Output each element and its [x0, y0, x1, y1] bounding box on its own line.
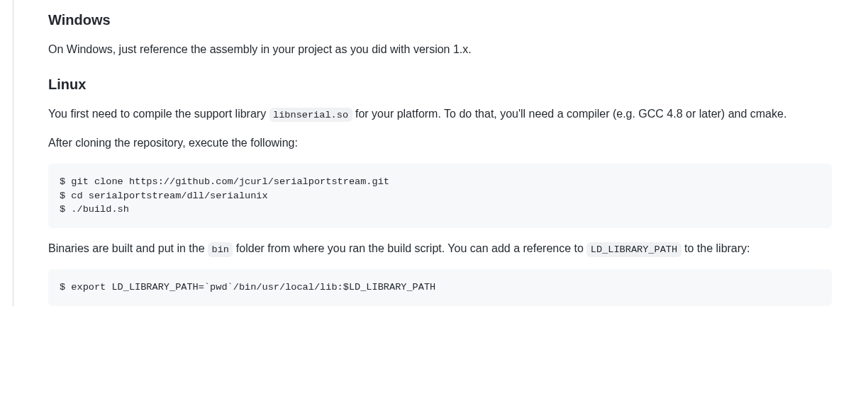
- linux-heading: Linux: [48, 76, 832, 94]
- inline-code-libnserial: libnserial.so: [269, 108, 352, 122]
- text-fragment: folder from where you ran the build scri…: [233, 242, 586, 254]
- inline-code-ldlibrarypath: LD_LIBRARY_PATH: [586, 242, 681, 256]
- text-fragment: for your platform. To do that, you'll ne…: [352, 108, 787, 120]
- text-fragment: You first need to compile the support li…: [48, 108, 269, 120]
- linux-paragraph-3: Binaries are built and put in the bin fo…: [48, 239, 832, 258]
- code-block-content: $ git clone https://github.com/jcurl/ser…: [60, 176, 389, 215]
- code-block-clone[interactable]: $ git clone https://github.com/jcurl/ser…: [48, 164, 832, 228]
- windows-heading: Windows: [48, 11, 832, 29]
- code-block-export[interactable]: $ export LD_LIBRARY_PATH=`pwd`/bin/usr/l…: [48, 269, 832, 306]
- text-fragment: to the library:: [681, 242, 750, 254]
- readme-content: Windows On Windows, just reference the a…: [13, 0, 857, 306]
- inline-code-bin: bin: [208, 242, 233, 256]
- linux-paragraph-2: After cloning the repository, execute th…: [48, 134, 832, 152]
- text-fragment: Binaries are built and put in the: [48, 242, 208, 254]
- linux-paragraph-1: You first need to compile the support li…: [48, 105, 832, 123]
- code-block-content: $ export LD_LIBRARY_PATH=`pwd`/bin/usr/l…: [60, 282, 435, 293]
- windows-paragraph: On Windows, just reference the assembly …: [48, 40, 832, 59]
